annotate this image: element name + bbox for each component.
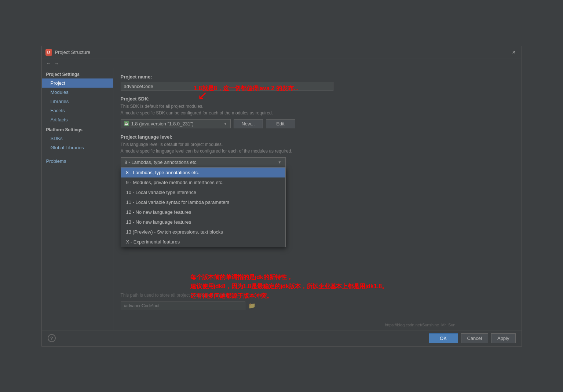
lang-option-7[interactable]: X - Experimental features bbox=[121, 237, 285, 247]
project-name-label: Project name: bbox=[121, 74, 514, 80]
sidebar-item-sdks[interactable]: SDKs bbox=[42, 134, 113, 143]
output-path-input[interactable] bbox=[121, 301, 245, 310]
lang-option-6[interactable]: 13 (Preview) - Switch expressions, text … bbox=[121, 227, 285, 237]
bottom-annotation-line1: 每个版本前的单词指的是jdk的新特性， bbox=[190, 272, 388, 282]
sdk-select-inner: ☕ 1.8 (java version "1.8.0_231") bbox=[124, 121, 194, 127]
lang-option-5[interactable]: 13 - No new language features bbox=[121, 217, 285, 227]
lang-option-4[interactable]: 12 - No new language features bbox=[121, 207, 285, 217]
sidebar: Project Settings Project Modules Librari… bbox=[42, 68, 113, 330]
sdk-title: Project SDK: bbox=[121, 96, 514, 102]
platform-settings-section-label: Platform Settings bbox=[42, 124, 113, 134]
app-icon: IJ bbox=[45, 49, 52, 56]
lang-option-0[interactable]: 8 - Lambdas, type annotations etc. bbox=[121, 168, 285, 177]
forward-button[interactable]: → bbox=[53, 60, 61, 67]
sidebar-item-problems[interactable]: Problems bbox=[42, 157, 113, 166]
content-area: Project Settings Project Modules Librari… bbox=[42, 68, 522, 330]
nav-bar: ← → bbox=[42, 59, 522, 68]
folder-icon: 📁 bbox=[248, 302, 256, 309]
title-controls: × bbox=[510, 48, 518, 56]
sidebar-item-project[interactable]: Project bbox=[42, 78, 113, 88]
sdk-edit-button[interactable]: Edit bbox=[266, 119, 295, 128]
compiler-output-section: This path is used to store all project c… bbox=[121, 292, 514, 310]
output-row: 📁 bbox=[121, 301, 514, 310]
lang-level-wrapper: 8 - Lambdas, type annotations etc. ▼ 8 -… bbox=[121, 157, 514, 167]
lang-option-1[interactable]: 9 - Modules, private methods in interfac… bbox=[121, 177, 285, 187]
watermark: https://blog.csdn.net/Sunshine_Mr_Sun bbox=[385, 323, 455, 327]
help-button[interactable]: ? bbox=[48, 334, 56, 342]
close-button[interactable]: × bbox=[510, 48, 518, 56]
sidebar-item-facets[interactable]: Facets bbox=[42, 106, 113, 115]
project-settings-section-label: Project Settings bbox=[42, 70, 113, 78]
sidebar-item-modules[interactable]: Modules bbox=[42, 88, 113, 97]
footer-bar: ? OK Cancel Apply bbox=[42, 330, 522, 346]
sdk-value: 1.8 (java version "1.8.0_231") bbox=[131, 121, 194, 127]
main-content: Project name: Project SDK: This SDK is d… bbox=[113, 68, 522, 330]
cancel-button[interactable]: Cancel bbox=[461, 333, 488, 343]
lang-level-menu: 8 - Lambdas, type annotations etc. 9 - M… bbox=[121, 167, 286, 247]
project-structure-dialog: IJ Project Structure × ← → Project Setti… bbox=[41, 46, 522, 347]
apply-button[interactable]: Apply bbox=[491, 333, 516, 343]
ok-button[interactable]: OK bbox=[429, 333, 458, 343]
bottom-annotation-line2: 建议使用jdk8，因为1.8是最稳定的jdk版本，所以企业基本上都是用jdk1.… bbox=[190, 282, 388, 291]
sdk-dropdown-arrow: ▼ bbox=[224, 122, 227, 126]
lang-level-dropdown[interactable]: 8 - Lambdas, type annotations etc. ▼ bbox=[121, 157, 286, 167]
project-name-input[interactable] bbox=[121, 82, 333, 91]
sidebar-item-global-libraries[interactable]: Global Libraries bbox=[42, 143, 113, 152]
lang-option-2[interactable]: 10 - Local variable type inference bbox=[121, 187, 285, 197]
compiler-output-desc: This path is used to store all project c… bbox=[121, 292, 514, 298]
sdk-desc: This SDK is default for all project modu… bbox=[121, 103, 514, 116]
title-bar: IJ Project Structure × bbox=[42, 46, 522, 59]
lang-option-3[interactable]: 11 - Local variable syntax for lambda pa… bbox=[121, 197, 285, 207]
sdk-row: ☕ 1.8 (java version "1.8.0_231") ▼ New..… bbox=[121, 119, 514, 128]
lang-level-value: 8 - Lambdas, type annotations etc. bbox=[125, 160, 198, 165]
lang-level-title: Project language level: bbox=[121, 134, 514, 140]
sidebar-item-libraries[interactable]: Libraries bbox=[42, 97, 113, 106]
sidebar-item-artifacts[interactable]: Artifacts bbox=[42, 115, 113, 124]
lang-dropdown-arrow: ▼ bbox=[278, 160, 282, 164]
sdk-icon: ☕ bbox=[124, 121, 129, 126]
dialog-title: Project Structure bbox=[55, 50, 91, 55]
sdk-new-button[interactable]: New... bbox=[234, 119, 263, 128]
lang-level-desc: This language level is default for all p… bbox=[121, 141, 514, 154]
title-bar-left: IJ Project Structure bbox=[45, 49, 91, 56]
sdk-dropdown[interactable]: ☕ 1.8 (java version "1.8.0_231") ▼ bbox=[121, 119, 231, 128]
back-button[interactable]: ← bbox=[45, 60, 53, 67]
